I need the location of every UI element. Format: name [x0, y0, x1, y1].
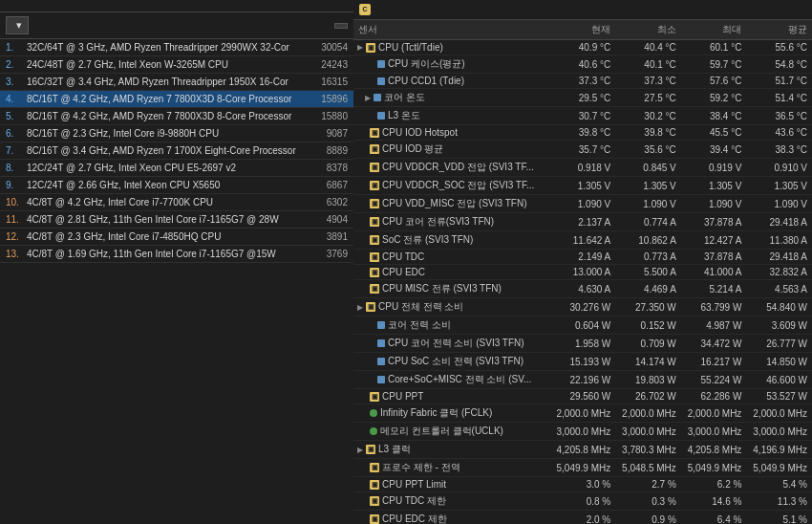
row-name-cell: CPU 케이스(평균): [353, 55, 550, 74]
val-col-1: 15.193 W: [550, 353, 616, 371]
val-col-1: 11.642 A: [550, 231, 616, 250]
val-col-2: 14.174 W: [615, 353, 681, 371]
sub-icon: [377, 321, 385, 329]
row-name: Infinity Fabric 클럭 (FCLK): [357, 406, 545, 420]
cpu-icon: ▣: [366, 445, 375, 454]
val-col-2: 40.4 °C: [615, 40, 681, 55]
list-item[interactable]: 3. 16C/32T @ 3.4 GHz, AMD Ryzen Threadri…: [0, 74, 353, 91]
table-row: Core+SoC+MISC 전력 소비 (SV...22.196 W19.803…: [353, 371, 812, 389]
list-item[interactable]: 12. 4C/8T @ 2.3 GHz, Intel Core i7-4850H…: [0, 229, 353, 246]
val-col-2: 0.845 V: [615, 159, 681, 177]
sensor-name: 프로수 제한 - 전역: [382, 461, 460, 474]
row-name-cell: ▶코어 온도: [353, 89, 550, 107]
cpu-icon: ▣: [370, 392, 379, 402]
sensor-name: 메모리 컨트롤러 클럭(UCLK): [380, 425, 503, 438]
table-row: CPU 코어 전력 소비 (SVI3 TFN)1.958 W0.709 W34.…: [353, 335, 812, 353]
list-item[interactable]: 4. 8C/16T @ 4.2 GHz, AMD Ryzen 7 7800X3D…: [0, 91, 353, 108]
expand-arrow[interactable]: ▶: [357, 43, 363, 52]
val-col-2: 4.469 A: [615, 280, 681, 298]
val-col-2: 0.773 A: [615, 250, 681, 265]
list-item[interactable]: 10. 4C/8T @ 4.2 GHz, Intel Core i7-7700K…: [0, 194, 353, 211]
val-col-4: 11.380 A: [746, 231, 812, 250]
row-name: CPU CCD1 (Tdie): [365, 76, 545, 86]
rank-label: 8C/16T @ 4.2 GHz, AMD Ryzen 7 7800X3D 8-…: [27, 111, 301, 121]
row-name: ▣CPU EDC: [357, 267, 545, 277]
col-val1: 현재: [550, 20, 616, 40]
sensor-name: CPU PPT Limit: [382, 479, 446, 490]
val-col-1: 35.7 °C: [550, 141, 616, 159]
table-row: ▣CPU PPT Limit3.0 %2.7 %6.2 %5.4 %: [353, 477, 812, 492]
rank-score: 4904: [305, 214, 348, 225]
sensor-name: CPU TDC: [382, 251, 424, 262]
val-col-4: 1.305 V: [746, 177, 812, 195]
val-col-4: 26.777 W: [746, 335, 812, 353]
cpu-mode-dropdown[interactable]: ▾: [6, 16, 29, 34]
cpu-icon: ▣: [370, 496, 379, 506]
val-col-3: 34.472 W: [681, 335, 747, 353]
sub-icon: [377, 112, 385, 120]
sub-icon: [377, 60, 385, 68]
cpu-icon: ▣: [370, 163, 379, 172]
ranking-title: [0, 0, 353, 12]
val-col-4: 4,196.9 MHz: [746, 441, 812, 459]
right-panel: C 센서 현재 최소 최대 평균 ▶▣CPU (Tctl/Tdie)40.9 °…: [353, 0, 812, 524]
list-item[interactable]: 6. 8C/16T @ 2.3 GHz, Intel Core i9-9880H…: [0, 125, 353, 142]
val-col-1: 29.560 W: [550, 389, 616, 404]
row-name-cell: ▣CPU EDC: [353, 265, 550, 280]
list-item[interactable]: 2. 24C/48T @ 2.7 GHz, Intel Xeon W-3265M…: [0, 56, 353, 74]
table-row: 메모리 컨트롤러 클럭(UCLK)3,000.0 MHz3,000.0 MHz3…: [353, 423, 812, 441]
details-button[interactable]: [334, 23, 348, 29]
list-item[interactable]: 13. 4C/8T @ 1.69 GHz, 11th Gen Intel Cor…: [0, 246, 353, 263]
rank-score: 6867: [305, 180, 348, 190]
val-col-3: 37.878 A: [681, 250, 747, 265]
row-name-cell: ▣CPU VDDCR_VDD 전압 (SVI3 TF...: [353, 159, 550, 177]
val-col-1: 3.0 %: [550, 477, 616, 492]
sub-icon: [377, 77, 385, 85]
list-item[interactable]: 5. 8C/16T @ 4.2 GHz, AMD Ryzen 7 7800X3D…: [0, 108, 353, 125]
expand-arrow[interactable]: ▶: [365, 94, 371, 102]
list-item[interactable]: 8. 12C/24T @ 2.7 GHz, Intel Xeon CPU E5-…: [0, 160, 353, 177]
row-name-cell: L3 온도: [353, 107, 550, 125]
sub-icon: [374, 94, 381, 101]
val-col-1: 30.7 °C: [550, 107, 616, 125]
rank-score: 3769: [305, 249, 348, 259]
row-name: 메모리 컨트롤러 클럭(UCLK): [357, 425, 545, 438]
val-col-3: 39.4 °C: [681, 141, 747, 159]
sensor-name: L3 클럭: [378, 443, 411, 456]
val-col-2: 1.305 V: [615, 177, 681, 195]
cpu-icon: ▣: [370, 128, 379, 138]
val-col-3: 6.4 %: [681, 511, 747, 525]
row-name: ▣CPU IOD Hotspot: [357, 127, 545, 138]
val-col-1: 30.276 W: [550, 298, 616, 317]
rank-label: 32C/64T @ 3 GHz, AMD Ryzen Threadripper …: [27, 42, 301, 53]
list-item[interactable]: 1. 32C/64T @ 3 GHz, AMD Ryzen Threadripp…: [0, 39, 353, 56]
val-col-4: 54.8 °C: [746, 55, 812, 74]
val-col-2: 40.1 °C: [615, 55, 681, 74]
cpu-data-table: 센서 현재 최소 최대 평균 ▶▣CPU (Tctl/Tdie)40.9 °C4…: [353, 20, 812, 524]
table-row: ▣CPU TDC 제한0.8 %0.3 %14.6 %11.3 %: [353, 492, 812, 511]
row-name-cell: ▣CPU EDC 제한: [353, 511, 550, 525]
sensor-name: CPU VDD_MISC 전압 (SVI3 TFN): [382, 197, 527, 210]
table-row: ▶▣L3 클럭4,205.8 MHz3,780.3 MHz4,205.8 MHz…: [353, 441, 812, 459]
sensor-name: CPU IOD Hotspot: [382, 127, 458, 138]
rank-score: 15896: [305, 94, 348, 104]
row-name: ▣CPU PPT Limit: [357, 479, 545, 490]
row-name-cell: ▶▣L3 클럭: [353, 441, 550, 459]
sensor-name: CPU 전체 전력 소비: [378, 300, 463, 314]
expand-arrow[interactable]: ▶: [357, 303, 363, 312]
val-col-4: 51.4 °C: [746, 89, 812, 107]
row-name-cell: ▣CPU PPT Limit: [353, 477, 550, 492]
list-item[interactable]: 7. 8C/16T @ 3.4 GHz, AMD Ryzen 7 1700X E…: [0, 142, 353, 160]
rank-label: 4C/8T @ 4.2 GHz, Intel Core i7-7700K CPU: [27, 197, 301, 207]
table-row: CPU SoC 소비 전력 (SVI3 TFN)15.193 W14.174 W…: [353, 353, 812, 371]
list-item[interactable]: 9. 12C/24T @ 2.66 GHz, Intel Xeon CPU X5…: [0, 177, 353, 194]
cpu-data-table-container: 센서 현재 최소 최대 평균 ▶▣CPU (Tctl/Tdie)40.9 °C4…: [353, 20, 812, 524]
sensor-name: Infinity Fabric 클럭 (FCLK): [380, 406, 492, 420]
cpu-header: C: [353, 0, 812, 20]
list-item[interactable]: 11. 4C/8T @ 2.81 GHz, 11th Gen Intel Cor…: [0, 211, 353, 229]
val-col-3: 12.427 A: [681, 231, 747, 250]
val-col-3: 62.286 W: [681, 389, 747, 404]
expand-arrow[interactable]: ▶: [357, 446, 363, 454]
row-name-cell: Core+SoC+MISC 전력 소비 (SV...: [353, 371, 550, 389]
val-col-2: 27.350 W: [615, 298, 681, 317]
